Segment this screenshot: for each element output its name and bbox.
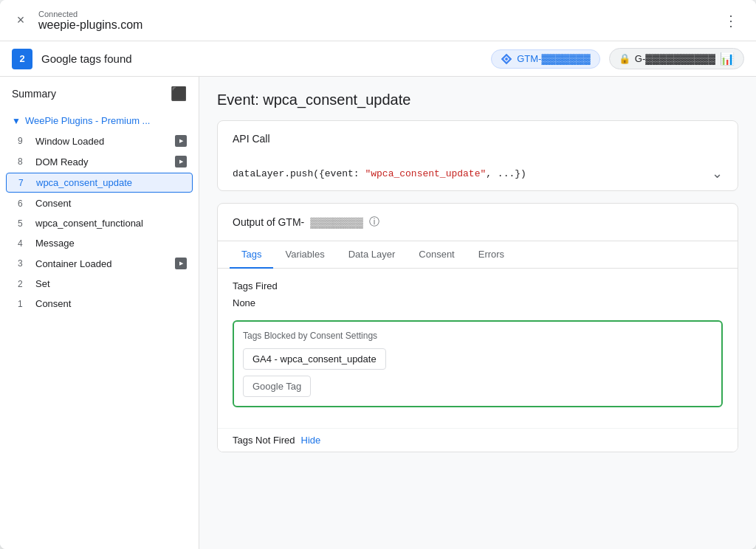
sidebar-event-item[interactable]: 3Container Loaded: [0, 253, 199, 274]
event-label: Message: [35, 238, 187, 249]
tags-fired-label: Tags Fired: [233, 280, 723, 291]
play-icon: [175, 135, 187, 147]
api-call-header: API Call: [218, 121, 738, 156]
output-card-header: Output of GTM-▓▓▓▓▓▓▓ ⓘ: [218, 204, 738, 241]
chart-icon: 📊: [720, 52, 735, 66]
tags-not-fired-label: Tags Not Fired: [233, 435, 295, 446]
main-content: Summary ⬛ ▼ WeePie Plugins - Premium ...…: [0, 77, 756, 549]
api-call-card: API Call dataLayer.push({event: "wpca_co…: [217, 120, 738, 191]
google-tag-chip[interactable]: Google Tag: [243, 376, 311, 397]
code-prefix: dataLayer.push({event:: [233, 168, 365, 179]
api-call-code: dataLayer.push({event: "wpca_consent_upd…: [233, 168, 526, 179]
tags-not-fired-row: Tags Not Fired Hide: [218, 428, 738, 452]
tabs-container: TagsVariablesData LayerConsentErrors: [230, 241, 516, 268]
event-label: Set: [35, 278, 187, 289]
gtm-tag-chip[interactable]: GTM-▓▓▓▓▓▓▓: [491, 49, 600, 69]
event-label: Window Loaded: [35, 136, 169, 147]
tags-count-badge: 2: [12, 49, 32, 69]
event-label: Consent: [35, 298, 187, 309]
sidebar-event-item[interactable]: 2Set: [0, 274, 199, 294]
header: × Connected weepie-plugins.com ⋮: [0, 0, 756, 41]
output-card: Output of GTM-▓▓▓▓▓▓▓ ⓘ TagsVariablesDat…: [217, 203, 738, 452]
expand-icon[interactable]: ⌄: [712, 165, 723, 182]
event-number: 3: [18, 258, 30, 269]
sidebar-items: ▼ WeePie Plugins - Premium ... 9Window L…: [0, 111, 199, 549]
event-number: 7: [18, 178, 30, 188]
domain-label: weepie-plugins.com: [38, 18, 718, 32]
sidebar-event-item[interactable]: 8DOM Ready: [0, 151, 199, 172]
event-label: wpca_consent_update: [36, 177, 186, 188]
blocked-tags-list: GA4 - wpca_consent_updateGoogle Tag: [243, 348, 712, 397]
event-label: Consent: [35, 198, 187, 209]
sidebar-event-item[interactable]: 7wpca_consent_update: [6, 173, 193, 193]
tags-blocked-title: Tags Blocked by Consent Settings: [243, 331, 712, 341]
tags-bar: 2 Google tags found GTM-▓▓▓▓▓▓▓ 🔒 G-▓▓▓▓…: [0, 41, 756, 77]
event-number: 6: [18, 198, 30, 209]
ga-tag-chip[interactable]: 🔒 G-▓▓▓▓▓▓▓▓▓▓ 📊: [609, 48, 744, 69]
event-label: DOM Ready: [35, 156, 169, 168]
event-title: Event: wpca_consent_update: [217, 92, 738, 108]
sidebar-event-item[interactable]: 5wpca_consent_functional: [0, 213, 199, 233]
event-number: 1: [18, 299, 30, 309]
connection-status: Connected: [38, 10, 718, 18]
event-number: 8: [18, 156, 30, 167]
event-number: 5: [18, 218, 30, 229]
ga-icon: 🔒: [619, 53, 630, 64]
tab-errors[interactable]: Errors: [467, 241, 516, 269]
code-suffix: , ...}): [486, 168, 526, 179]
filter-icon[interactable]: ⬛: [171, 86, 187, 102]
header-info: Connected weepie-plugins.com: [38, 10, 718, 32]
code-value: "wpca_consent_update": [365, 168, 486, 179]
sidebar-group-label: WeePie Plugins - Premium ...: [25, 115, 151, 126]
sidebar-event-item[interactable]: 4Message: [0, 233, 199, 253]
chevron-down-icon: ▼: [12, 116, 21, 126]
help-icon[interactable]: ⓘ: [369, 215, 379, 229]
event-label: Container Loaded: [35, 258, 169, 269]
sidebar-event-item[interactable]: 9Window Loaded: [0, 131, 199, 151]
tabs-bar: TagsVariablesData LayerConsentErrors: [218, 241, 738, 269]
blocked-tag-chip[interactable]: GA4 - wpca_consent_update: [243, 348, 386, 370]
tags-bar-label: Google tags found: [41, 52, 482, 65]
api-call-content: dataLayer.push({event: "wpca_consent_upd…: [218, 156, 738, 190]
play-icon: [175, 258, 187, 269]
tab-tags[interactable]: Tags: [230, 241, 273, 269]
sidebar-title: Summary: [12, 88, 56, 100]
tags-blocked-box: Tags Blocked by Consent Settings GA4 - w…: [233, 320, 723, 407]
gtm-icon: [501, 53, 512, 65]
event-number: 4: [18, 238, 30, 249]
sidebar-header: Summary ⬛: [0, 77, 199, 111]
tab-variables[interactable]: Variables: [273, 241, 336, 269]
close-button[interactable]: ×: [12, 12, 30, 30]
sidebar: Summary ⬛ ▼ WeePie Plugins - Premium ...…: [0, 77, 199, 549]
tab-consent[interactable]: Consent: [407, 241, 466, 269]
sidebar-events-container: 9Window Loaded8DOM Ready7wpca_consent_up…: [0, 131, 199, 314]
sidebar-group-item[interactable]: ▼ WeePie Plugins - Premium ...: [0, 111, 199, 131]
ga-chip-label: G-▓▓▓▓▓▓▓▓▓▓: [635, 53, 715, 64]
play-icon: [175, 156, 187, 168]
tab-data-layer[interactable]: Data Layer: [337, 241, 408, 269]
more-menu-button[interactable]: ⋮: [718, 9, 744, 32]
tags-fired-value: None: [233, 297, 723, 308]
output-header-prefix: Output of GTM-: [233, 216, 304, 228]
sidebar-event-item[interactable]: 6Consent: [0, 193, 199, 213]
hide-link[interactable]: Hide: [301, 435, 321, 446]
gtm-chip-label: GTM-▓▓▓▓▓▓▓: [517, 53, 591, 64]
output-gtm-id: ▓▓▓▓▓▓▓: [310, 216, 362, 228]
event-label: wpca_consent_functional: [35, 218, 187, 229]
event-number: 2: [18, 279, 30, 289]
app-container: × Connected weepie-plugins.com ⋮ 2 Googl…: [0, 0, 756, 549]
tags-content: Tags Fired None Tags Blocked by Consent …: [218, 269, 738, 428]
sidebar-event-item[interactable]: 1Consent: [0, 294, 199, 314]
event-number: 9: [18, 136, 30, 146]
detail-panel: Event: wpca_consent_update API Call data…: [199, 77, 756, 549]
